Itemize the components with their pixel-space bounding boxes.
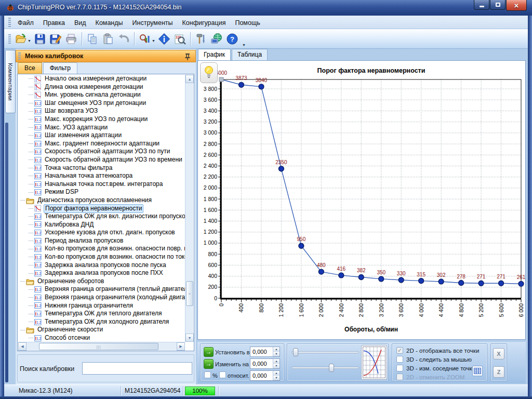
tree-item[interactable]: 1.2Макс. градиент поверхности адаптации [18,140,185,148]
percent-checkbox[interactable] [204,371,211,378]
cal-tab-Все[interactable]: Все [18,62,42,74]
comments-vertical-tab[interactable]: Комментарии [5,50,16,113]
tree-item[interactable]: 1.2Начальная точка аттенюатора [18,172,185,180]
grid-table-button[interactable] [472,366,483,376]
cal-tab-Фильтр[interactable]: Фильтр [43,62,77,74]
option-checkbox-0[interactable]: ✓ [396,347,403,354]
slider-1-thumb[interactable] [293,348,298,356]
apply-set-button[interactable]: → [204,347,214,357]
tree-item[interactable]: 1.2Начальная точка пост.врем. интегратор… [18,180,185,189]
help-button[interactable]: ? [224,31,240,47]
pin-icon[interactable] [184,52,191,61]
relative-spin-arrows[interactable]: ▲▼ [273,371,280,380]
menu-Помощь[interactable]: Помощь [230,17,264,29]
undo-button[interactable] [116,31,131,47]
hint-lightbulb-button[interactable] [200,62,218,83]
print-button[interactable] [63,31,79,47]
paste-button[interactable] [100,31,116,47]
tree-item[interactable]: Диагностика пропусков воспламенения [18,196,185,205]
chart-tab-График[interactable]: График [198,49,231,60]
tree-item[interactable]: 1.2Задержка анализа пропусков после ПХХ [18,269,185,277]
chart-tab-Таблица[interactable]: Таблица [232,49,268,60]
set-spin-arrows[interactable]: ▲▼ [273,347,280,356]
info-button[interactable] [156,31,172,47]
tree-item[interactable]: 1.2Кол-во пропусков для возникн. опаснос… [18,253,185,261]
z-axis-button[interactable]: Z [493,366,504,378]
menu-Файл[interactable]: Файл [13,17,38,29]
tree-item[interactable]: 1.2Точка частоты фильтра [18,164,185,172]
tree-item[interactable]: 1.2Способ отсечки [18,334,185,342]
maximize-button[interactable] [490,0,506,10]
curve-preview-button[interactable] [361,345,387,380]
tree-item[interactable]: 1.2Период анализа пропусков [18,237,185,245]
menu-Команды[interactable]: Команды [91,17,128,29]
chart-compare-button[interactable] [137,31,153,47]
checksum-button[interactable]: 110 [172,31,188,47]
tree-item[interactable]: 1.2Температура ОЖ для холодного двигател… [18,318,185,326]
menu-Инструменты[interactable]: Инструменты [128,17,178,29]
save-button[interactable] [32,31,48,47]
tree-item[interactable]: 1.2Шаг смещения УОЗ при детонации [18,99,185,108]
minimize-button[interactable] [474,0,489,10]
tree-item[interactable]: 1.2Режим DSP [18,188,185,196]
scroll-right-button[interactable]: ▶ [177,342,185,351]
vertical-scrollbar[interactable]: ▲ ≡ ▼ [185,75,193,342]
tree-item[interactable]: 1.2Шаг изменения адаптации [18,131,185,140]
scroll-up-button[interactable]: ▲ [185,75,194,83]
x-axis-button[interactable]: X [493,348,504,360]
tree-item[interactable]: 1.2Макс. коррекция УОЗ по детонации [18,115,185,124]
tree-item[interactable]: 1.2Температура ОЖ для вкл. диагностики п… [18,212,185,221]
horizontal-scroll-thumb[interactable]: ||| [39,343,158,350]
menu-Конфигурация[interactable]: Конфигурация [178,17,231,29]
tree-item[interactable]: 1.2Кол-во пропусков для возникн. опаснос… [18,245,185,253]
menu-Вид[interactable]: Вид [70,17,91,29]
close-button[interactable]: × [506,0,527,11]
tree-item[interactable]: 1.2Задержка анализа пропусков после пуск… [18,261,185,270]
slider-1[interactable] [291,348,359,356]
search-label: Поиск калибровки [20,365,74,373]
svg-text:5 200: 5 200 [478,303,484,317]
tree-item[interactable]: 1.2Верхняя граница ограничителя (холодны… [18,294,185,302]
slider-2-thumb[interactable] [329,364,334,372]
copy-button[interactable] [85,31,100,47]
tree-item[interactable]: 1.2Ускорение кузова для откл. диагн. про… [18,229,185,237]
set-value-spinner[interactable]: 0,000 ▲▼ [250,347,280,357]
menu-Правка[interactable]: Правка [38,17,70,29]
tools-button[interactable] [193,31,209,47]
tree-item[interactable]: 1.2Скорость обратной адаптации УОЗ по пу… [18,148,185,156]
slider-2[interactable] [291,364,359,372]
toolbar-overflow-button[interactable]: ▼ [242,43,246,47]
scroll-left-button[interactable]: ◀ [18,342,26,351]
option-checkbox-3[interactable] [396,374,403,380]
open-file-button[interactable] [13,31,29,47]
tree-item[interactable]: 1.2Верхняя граница ограничителя (теплый … [18,285,185,294]
option-checkbox-1[interactable] [396,356,403,363]
tree-item[interactable]: 1.2Нижняя граница ограничителя [18,302,185,310]
save-as-button[interactable] [48,31,63,47]
online-button[interactable] [209,31,224,47]
relative-value-spinner[interactable]: 0,000 ▲▼ [250,370,280,381]
dropdown-caret-icon[interactable]: ▼ [28,39,31,43]
tree-item[interactable]: Мин. уровень сигнала детонации [18,91,185,99]
tree-item[interactable]: Ограничение скорости [18,326,185,334]
tree-item[interactable]: 1.2Калибровка ДНД [18,221,185,229]
tree-item[interactable]: 1.2Скорость обратной адаптации УОЗ по вр… [18,156,185,164]
change-spin-arrows[interactable]: ▲▼ [273,359,280,368]
relative-checkbox[interactable] [219,371,226,378]
scroll-down-button[interactable]: ▼ [185,334,194,342]
change-value-spinner[interactable]: 0,000 ▲▼ [250,358,280,369]
calibration-search-input[interactable] [82,362,192,375]
apply-change-button[interactable]: → [204,359,214,369]
tree-item[interactable]: Ограничение оборотов [18,277,185,286]
tree-item[interactable]: 1.2Шаг возврата УОЗ [18,107,185,115]
tree-item[interactable]: Начало окна измерения детонации [18,75,185,83]
vertical-scroll-thumb[interactable]: ≡ [186,281,193,306]
tree-item[interactable]: 1.2Макс. УОЗ адаптации [18,124,185,132]
chart-area[interactable]: 02004006008001 0001 2001 4001 6001 8002 … [197,60,526,340]
horizontal-scrollbar[interactable]: ◀ ||| ▶ [18,342,185,350]
tree-item[interactable]: Длина окна измерения детонации [18,83,185,91]
tree-item[interactable]: Порог фактора неравномерности [18,205,185,213]
option-checkbox-2[interactable] [396,365,403,371]
tree-item[interactable]: 1.2Температура ОЖ для теплого двигателя [18,310,185,318]
dropdown-caret-icon[interactable]: ▼ [152,39,155,43]
